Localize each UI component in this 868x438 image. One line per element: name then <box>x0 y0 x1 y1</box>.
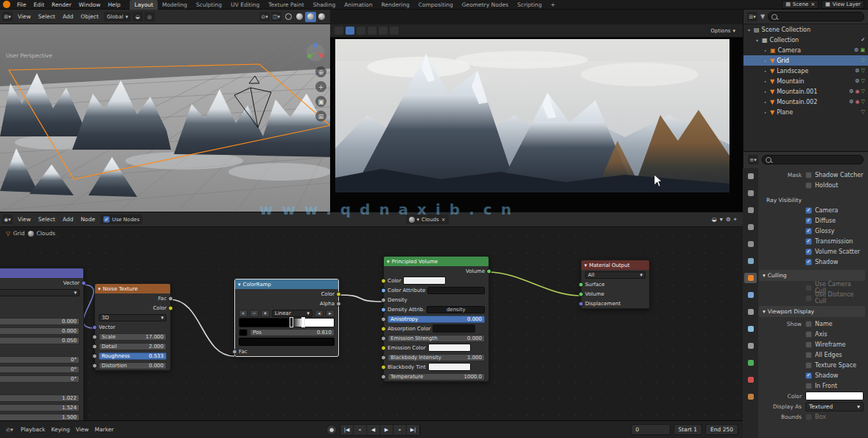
next-stop-button[interactable]: ▸ <box>326 310 335 317</box>
collapse-icon[interactable]: ▾ <box>98 286 101 292</box>
outliner-row-mountain-001[interactable]: •▼Mountain.001⚙◉▽ <box>743 86 868 97</box>
outliner-row-scene-collection[interactable]: ▾▤Scene Collection <box>743 24 868 35</box>
check-icon[interactable]: ✓ <box>861 37 865 43</box>
shader-menu-view[interactable]: View <box>14 216 35 223</box>
color-ramp-gradient[interactable] <box>239 318 335 327</box>
shading-rendered-button[interactable] <box>316 12 327 22</box>
blender-logo-icon[interactable] <box>3 1 10 8</box>
properties-search-input[interactable] <box>774 156 860 164</box>
material-datablock-selector[interactable]: ▾ Clouds × <box>406 215 449 224</box>
viewport-menu-view[interactable]: View <box>14 13 35 20</box>
properties-tab-scene[interactable] <box>744 239 757 249</box>
camera-data-icon[interactable]: ▣ <box>860 47 865 53</box>
viewport-canvas[interactable]: User Perspective ⊕+▣⊞ <box>0 24 330 212</box>
timeline-menu-marker[interactable]: Marker <box>91 426 116 433</box>
scene-selector[interactable]: ▤ Scene × <box>782 0 819 9</box>
node-row-z[interactable]: Z0.050 <box>0 336 83 345</box>
node-row-dropdown[interactable]: 3D▾ <box>95 313 170 322</box>
editor-type-button[interactable] <box>335 27 343 35</box>
checkbox-shadow[interactable]: ✓ <box>805 259 812 265</box>
camera-view-icon[interactable]: ▣ <box>315 96 326 107</box>
tab-shading[interactable]: Shading <box>309 0 340 10</box>
value-socket[interactable] <box>168 296 173 301</box>
jump-to-end-button[interactable]: ▶| <box>407 425 420 435</box>
modifier-icon[interactable]: ⚙ <box>855 78 859 84</box>
mesh-data-icon[interactable]: ▽ <box>861 68 865 74</box>
value-socket[interactable] <box>336 301 341 306</box>
field-color-attribute[interactable] <box>427 287 485 294</box>
slider-z[interactable]: Z0° <box>0 375 80 383</box>
play-reverse-button[interactable]: ◀ <box>367 425 380 435</box>
node-dropdown[interactable]: Point▾ <box>0 289 80 296</box>
tab-texture-paint[interactable]: Texture Paint <box>264 0 308 10</box>
gizmo-toggle-5-button[interactable] <box>390 27 399 35</box>
slider-x[interactable]: X0.000 <box>0 318 80 325</box>
current-frame-field[interactable]: 0 <box>631 424 671 435</box>
snap-dropdown-icon[interactable]: ▾ <box>720 216 723 223</box>
panel-header-viewport-display[interactable]: ▾Viewport Display <box>759 306 865 317</box>
outliner-row-mountain-002[interactable]: •▼Mountain.002⚙◉▽ <box>743 97 868 107</box>
checkbox-name[interactable] <box>805 321 812 327</box>
slider-temperature[interactable]: Temperature1000.0 <box>388 373 485 380</box>
menu-file[interactable]: File <box>13 1 30 8</box>
value-socket[interactable] <box>381 316 386 321</box>
gizmo-toggle-2-button[interactable] <box>357 27 365 35</box>
modifier-icon[interactable]: ⚙ <box>849 88 853 94</box>
node-row-y[interactable]: Y1.524 <box>0 403 83 412</box>
constraint-icon[interactable]: ⚙ <box>854 47 858 53</box>
tab-layout[interactable]: Layout <box>130 0 158 10</box>
shader-socket[interactable] <box>578 282 584 287</box>
node-row-volume[interactable]: Volume <box>581 289 649 299</box>
value-socket[interactable] <box>92 334 97 339</box>
node-row-scale[interactable]: Scale <box>0 383 83 393</box>
node-row-x[interactable]: X0.000 <box>0 316 83 326</box>
properties-tab-view-layer[interactable] <box>744 222 757 232</box>
ramp-button[interactable]: + <box>239 310 248 317</box>
node-row-z[interactable]: Z1.500 <box>0 412 83 420</box>
checkbox-axis[interactable] <box>805 331 812 338</box>
shader-socket[interactable] <box>578 291 584 296</box>
node-row-fac[interactable]: Fac <box>95 293 170 303</box>
value-socket[interactable] <box>92 363 97 368</box>
menu-help[interactable]: Help <box>104 1 124 8</box>
node-row-anisotropy[interactable]: Anisotropy0.000 <box>384 314 489 324</box>
shading-wireframe-button[interactable] <box>283 12 294 22</box>
color-socket[interactable] <box>168 305 173 310</box>
node-colorramp[interactable]: ▾ColorRampColorAlpha+−▾Linear▾◂▸Pos0.610… <box>234 279 339 357</box>
ramp-stop-1[interactable] <box>301 317 305 327</box>
material-icon[interactable]: ◉ <box>855 88 860 94</box>
node-row-absorption-color[interactable]: Absorption Color <box>384 324 489 333</box>
node-row-volume[interactable]: Volume <box>384 266 489 276</box>
node-row-y[interactable]: Y0.000 <box>0 326 83 336</box>
material-icon[interactable]: ◉ <box>855 99 860 105</box>
node-row-roughness[interactable]: Roughness0.533 <box>95 351 170 361</box>
node-row-blackbody-intensity[interactable]: Blackbody Intensity1.000 <box>384 352 489 362</box>
shader-menu-add[interactable]: Add <box>59 216 77 223</box>
properties-tab-render[interactable] <box>744 188 757 198</box>
node-row-gradient[interactable] <box>235 318 338 327</box>
checkbox-shadow[interactable]: ✓ <box>805 372 812 379</box>
prev-keyframe-button[interactable]: « <box>354 425 367 435</box>
ramp-button[interactable]: − <box>250 310 259 317</box>
frame-end-field[interactable]: End 250 <box>705 424 738 435</box>
filter-icon[interactable]: ▼ <box>760 13 765 20</box>
node-row-emission-color[interactable]: Emission Color <box>384 343 489 352</box>
play-button[interactable]: ▶ <box>380 425 393 435</box>
shading-solid-button[interactable] <box>294 12 305 22</box>
render-view-canvas[interactable] <box>330 38 743 212</box>
tab-scripting[interactable]: Scripting <box>513 0 546 10</box>
checkbox-use-camera-cull[interactable] <box>805 285 812 291</box>
slider-z[interactable]: Z1.500 <box>0 414 80 421</box>
node-noise[interactable]: ▾Noise TextureFacColor3D▾VectorScale17.0… <box>94 283 171 371</box>
gizmo-toggle-3-button[interactable] <box>368 27 377 35</box>
properties-tab-material[interactable] <box>744 375 757 385</box>
checkbox-camera[interactable]: ✓ <box>805 207 812 214</box>
show-gizmo-icon[interactable]: ⊙▾ <box>259 12 270 21</box>
node-row-vector[interactable]: Vector <box>0 297 83 307</box>
checkbox-use-distance-cull[interactable] <box>805 295 812 302</box>
node-row-dropdown[interactable]: All▾ <box>581 270 649 279</box>
vector-socket[interactable] <box>81 280 86 285</box>
ramp-stop-0[interactable] <box>290 317 293 327</box>
pin-icon[interactable]: ⌖ <box>734 216 738 223</box>
position-slider[interactable]: Pos0.610 <box>250 329 335 336</box>
